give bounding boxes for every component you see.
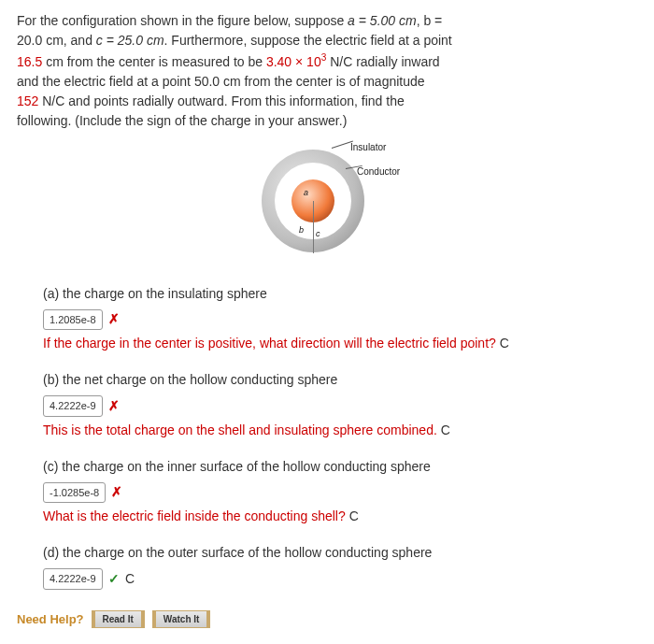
part-c-answer-input[interactable]: -1.0285e-8 — [43, 482, 106, 504]
q-line1-pre: For the configuration shown in the figur… — [17, 13, 348, 28]
part-d-answer-input[interactable]: 4.2222e-9 — [43, 568, 103, 590]
watch-it-button[interactable]: Watch It — [152, 610, 211, 628]
q-c-eq: c = 25.0 cm — [96, 33, 164, 48]
q-line6: following. (Include the sign of the char… — [17, 113, 347, 128]
part-c-label: (c) the charge on the inner surface of t… — [43, 457, 637, 477]
part-b: (b) the net charge on the hollow conduct… — [43, 370, 637, 440]
q-line5-post: N/C and points radially outward. From th… — [38, 93, 404, 108]
part-b-answer-input[interactable]: 4.2222e-9 — [43, 395, 103, 417]
part-d-label: (d) the charge on the outer surface of t… — [43, 543, 637, 563]
part-a-label: (a) the charge on the insulating sphere — [43, 284, 637, 304]
need-help-bar: Need Help? Read It Watch It — [17, 610, 637, 629]
q-line3-mid: cm from the center is measured to be — [42, 54, 266, 69]
q-r1: 16.5 — [17, 54, 42, 69]
correct-icon: ✓ — [108, 569, 120, 589]
q-line4: and the electric field at a point 50.0 c… — [17, 74, 425, 89]
part-a-answer-input[interactable]: 1.2085e-8 — [43, 309, 103, 331]
part-b-unit: C — [441, 422, 450, 437]
part-b-label: (b) the net charge on the hollow conduct… — [43, 370, 637, 390]
q-e1: 3.40 × 103 — [266, 54, 326, 69]
part-a-unit: C — [500, 336, 509, 351]
part-a-feedback: If the charge in the center is positive,… — [43, 334, 637, 353]
incorrect-icon: ✗ — [108, 396, 120, 416]
q-e2: 152 — [17, 93, 38, 108]
part-a: (a) the charge on the insulating sphere … — [43, 284, 637, 354]
label-insulator: Insulator — [350, 140, 386, 154]
radius-a-label: a — [304, 187, 308, 200]
part-d: (d) the charge on the outer surface of t… — [43, 543, 637, 590]
question-text: For the configuration shown in the figur… — [17, 11, 637, 131]
incorrect-icon: ✗ — [111, 482, 122, 502]
radius-c-label: c — [316, 228, 320, 241]
part-b-feedback: This is the total charge on the shell an… — [43, 421, 637, 440]
q-line1-post: , b = — [417, 13, 443, 28]
radii-guide — [313, 201, 314, 253]
need-help-label: Need Help? — [17, 610, 84, 629]
part-d-unit: C — [125, 569, 135, 589]
q-line2-post: . Furthermore, suppose the electric fiel… — [164, 33, 452, 48]
q-line2-pre: 20.0 cm, and — [17, 33, 96, 48]
figure-container: Insulator Conductor a b c — [17, 140, 637, 267]
part-c: (c) the charge on the inner surface of t… — [43, 457, 637, 527]
part-c-unit: C — [349, 508, 359, 523]
label-conductor: Conductor — [357, 165, 400, 179]
incorrect-icon: ✗ — [108, 309, 120, 329]
sphere-figure: Insulator Conductor a b c — [234, 140, 420, 262]
radius-b-label: b — [299, 224, 304, 237]
read-it-button[interactable]: Read It — [92, 610, 145, 628]
part-c-feedback: What is the electric field inside the co… — [43, 507, 637, 526]
q-a-eq: a = 5.00 cm — [348, 13, 417, 28]
q-line3-post: N/C radially inward — [326, 54, 439, 69]
